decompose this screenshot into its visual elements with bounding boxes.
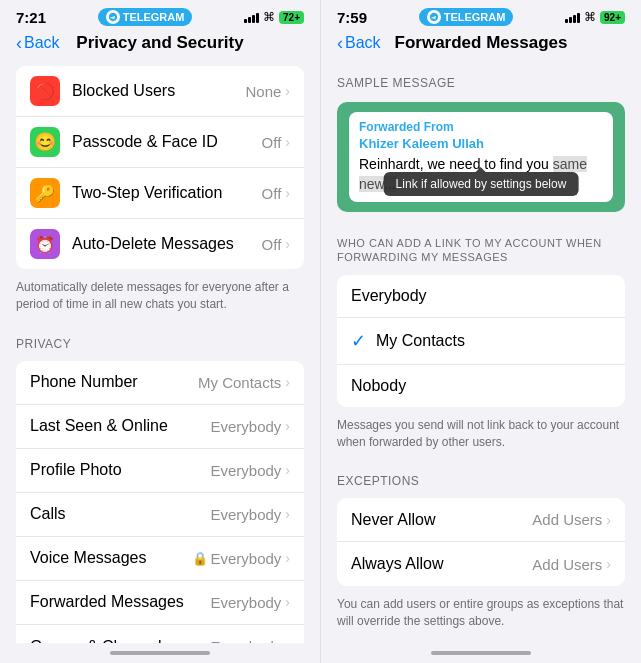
- forwarded-messages-chevron: ›: [285, 594, 290, 610]
- everybody-label: Everybody: [351, 287, 611, 305]
- telegram-label-right: TELEGRAM: [444, 11, 506, 23]
- sender-name: Khizer Kaleem Ullah: [359, 136, 603, 151]
- always-allow-item[interactable]: Always Allow Add Users ›: [337, 542, 625, 586]
- exceptions-card: Never Allow Add Users › Always Allow Add…: [337, 498, 625, 586]
- groups-channels-item[interactable]: Groups & Channels Everybody ›: [16, 625, 304, 643]
- top-section-card: 🚫 Blocked Users None › 😊 Passcode & Face…: [16, 66, 304, 269]
- back-button-right[interactable]: ‹ Back: [337, 34, 381, 52]
- message-preview-text: Reinhardt, we need to find you same new.…: [359, 155, 603, 194]
- nav-title-left: Privacy and Security: [76, 33, 243, 53]
- status-icons-right: ⌘ 92+: [565, 10, 625, 24]
- telegram-badge-left: TELEGRAM: [98, 8, 193, 26]
- time-right: 7:59: [337, 9, 367, 26]
- profile-photo-value: Everybody: [210, 462, 281, 479]
- profile-photo-item[interactable]: Profile Photo Everybody ›: [16, 449, 304, 493]
- battery-right: 92+: [600, 11, 625, 24]
- phone-number-chevron: ›: [285, 374, 290, 390]
- my-contacts-option[interactable]: ✓ My Contacts: [337, 318, 625, 365]
- voice-messages-item[interactable]: Voice Messages 🔒 Everybody ›: [16, 537, 304, 581]
- privacy-header: PRIVACY: [0, 321, 320, 355]
- calls-chevron: ›: [285, 506, 290, 522]
- two-step-item[interactable]: 🔑 Two-Step Verification Off ›: [16, 168, 304, 219]
- never-allow-item[interactable]: Never Allow Add Users ›: [337, 498, 625, 542]
- nav-title-right: Forwarded Messages: [395, 33, 568, 53]
- who-can-header: WHO CAN ADD A LINK TO MY ACCOUNT WHEN FO…: [321, 220, 641, 269]
- back-label-left: Back: [24, 34, 60, 52]
- nav-bar-right: ‹ Back Forwarded Messages: [321, 30, 641, 60]
- last-seen-label: Last Seen & Online: [30, 417, 210, 435]
- signal-icon-left: [244, 11, 259, 23]
- status-icons-left: ⌘ 72+: [244, 10, 304, 24]
- last-seen-chevron: ›: [285, 418, 290, 434]
- never-allow-value: Add Users: [532, 511, 602, 528]
- back-button-left[interactable]: ‹ Back: [16, 34, 60, 52]
- telegram-label-left: TELEGRAM: [123, 11, 185, 23]
- never-allow-label: Never Allow: [351, 511, 532, 529]
- nav-bar-left: ‹ Back Privacy and Security: [0, 30, 320, 60]
- wifi-icon-right: ⌘: [584, 10, 596, 24]
- nobody-label: Nobody: [351, 377, 611, 395]
- back-chevron-right: ‹: [337, 34, 343, 52]
- last-seen-value: Everybody: [210, 418, 281, 435]
- home-indicator-left: [0, 643, 320, 663]
- always-allow-value: Add Users: [532, 556, 602, 573]
- forwarded-messages-value: Everybody: [210, 594, 281, 611]
- passcode-chevron: ›: [285, 134, 290, 150]
- sample-message-wrapper: Forwarded From Khizer Kaleem Ullah Reinh…: [337, 102, 625, 212]
- exceptions-header: EXCEPTIONS: [321, 458, 641, 492]
- last-seen-item[interactable]: Last Seen & Online Everybody ›: [16, 405, 304, 449]
- auto-delete-item[interactable]: ⏰ Auto-Delete Messages Off ›: [16, 219, 304, 269]
- home-bar-left: [110, 651, 210, 655]
- phone-number-label: Phone Number: [30, 373, 198, 391]
- options-card: Everybody ✓ My Contacts Nobody: [337, 275, 625, 407]
- always-allow-chevron: ›: [606, 556, 611, 572]
- home-indicator-right: [321, 643, 641, 663]
- scroll-area-right: SAMPLE MESSAGE Forwarded From Khizer Kal…: [321, 60, 641, 643]
- passcode-label: Passcode & Face ID: [72, 133, 262, 151]
- forwarded-messages-item[interactable]: Forwarded Messages Everybody ›: [16, 581, 304, 625]
- auto-delete-caption: Automatically delete messages for everyo…: [0, 275, 320, 321]
- telegram-icon-left: [106, 10, 120, 24]
- two-step-chevron: ›: [285, 185, 290, 201]
- scroll-area-left: 🚫 Blocked Users None › 😊 Passcode & Face…: [0, 60, 320, 643]
- blocked-users-chevron: ›: [285, 83, 290, 99]
- passcode-item[interactable]: 😊 Passcode & Face ID Off ›: [16, 117, 304, 168]
- telegram-badge-right: TELEGRAM: [419, 8, 514, 26]
- battery-left: 72+: [279, 11, 304, 24]
- voice-messages-label: Voice Messages: [30, 549, 192, 567]
- left-panel: 7:21 TELEGRAM ⌘ 72+ ‹ Back Privacy and S…: [0, 0, 320, 663]
- forwarded-from-label: Forwarded From: [359, 120, 603, 134]
- nobody-option[interactable]: Nobody: [337, 365, 625, 407]
- profile-photo-label: Profile Photo: [30, 461, 210, 479]
- back-label-right: Back: [345, 34, 381, 52]
- blocked-users-item[interactable]: 🚫 Blocked Users None ›: [16, 66, 304, 117]
- telegram-icon-right: [427, 10, 441, 24]
- auto-delete-chevron: ›: [285, 236, 290, 252]
- voice-messages-chevron: ›: [285, 550, 290, 566]
- two-step-label: Two-Step Verification: [72, 184, 262, 202]
- auto-delete-icon: ⏰: [30, 229, 60, 259]
- right-panel: 7:59 TELEGRAM ⌘ 92+ ‹ Back Forwarded Mes…: [320, 0, 641, 663]
- blocked-users-value: None: [245, 83, 281, 100]
- time-left: 7:21: [16, 9, 46, 26]
- calls-value: Everybody: [210, 506, 281, 523]
- forwarded-messages-label: Forwarded Messages: [30, 593, 210, 611]
- passcode-icon: 😊: [30, 127, 60, 157]
- back-chevron-left: ‹: [16, 34, 22, 52]
- message-bubble: Forwarded From Khizer Kaleem Ullah Reinh…: [349, 112, 613, 202]
- everybody-option[interactable]: Everybody: [337, 275, 625, 318]
- profile-photo-chevron: ›: [285, 462, 290, 478]
- exceptions-caption: You can add users or entire groups as ex…: [321, 592, 641, 638]
- auto-delete-label: Auto-Delete Messages: [72, 235, 262, 253]
- home-bar-right: [431, 651, 531, 655]
- calls-item[interactable]: Calls Everybody ›: [16, 493, 304, 537]
- two-step-icon: 🔑: [30, 178, 60, 208]
- phone-number-item[interactable]: Phone Number My Contacts ›: [16, 361, 304, 405]
- always-allow-label: Always Allow: [351, 555, 532, 573]
- never-allow-chevron: ›: [606, 512, 611, 528]
- two-step-value: Off: [262, 185, 282, 202]
- blocked-users-icon: 🚫: [30, 76, 60, 106]
- wifi-icon-left: ⌘: [263, 10, 275, 24]
- messages-caption: Messages you send will not link back to …: [321, 413, 641, 459]
- my-contacts-label: My Contacts: [376, 332, 611, 350]
